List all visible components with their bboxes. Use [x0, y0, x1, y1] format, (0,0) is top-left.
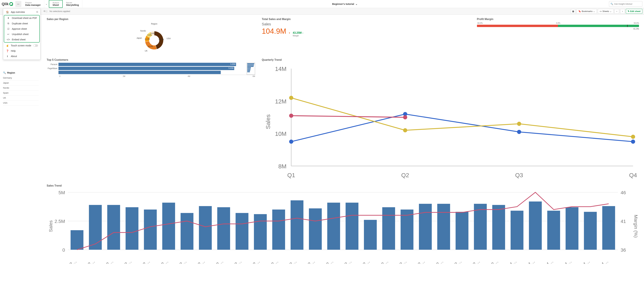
touch-toggle[interactable] [33, 44, 38, 47]
prepare-dropdown[interactable]: ⌄ [44, 0, 49, 8]
svg-rect-96 [566, 207, 578, 250]
panel-quarterly[interactable]: Quarterly Trend 8M10M12M14MSalesQ1Q2Q3Q4 [262, 58, 639, 181]
panel-sales-trend[interactable]: Sales Trend 02.5M5M364146SalesMargin (%)… [47, 184, 639, 264]
tab-label: Analyze [52, 2, 59, 4]
filter-item[interactable]: UK [3, 95, 39, 100]
filter-item[interactable]: Japan [3, 80, 39, 85]
tab-prepare[interactable]: Prepare Data manager [22, 0, 44, 8]
insight-search[interactable]: 🔍 [609, 1, 642, 7]
grid-icon: ▦ [572, 10, 574, 13]
kpi-title: Sales [262, 22, 470, 26]
filter-item[interactable]: Nordic [3, 85, 39, 90]
expand-icon: ⧉ [36, 11, 38, 13]
prev-sheet-button[interactable]: ‹ [614, 9, 619, 14]
menu-about[interactable]: ℹ About [3, 54, 40, 59]
svg-text:Japan: Japan [136, 37, 142, 39]
panel-total-sales[interactable]: Total Sales and Margin Sales 104.9M ▾ 43… [262, 18, 470, 55]
selection-tool-icon[interactable]: �◫ [43, 10, 48, 13]
next-sheet-button[interactable]: › [620, 9, 625, 14]
menu-help[interactable]: ❓ Help [3, 48, 40, 54]
mini-bar-overview[interactable] [247, 63, 255, 75]
svg-rect-90 [511, 211, 524, 250]
svg-rect-58 [217, 207, 230, 250]
logo-text: Qlik [2, 2, 9, 6]
svg-text:Margin (%): Margin (%) [633, 215, 639, 238]
tab-analyze[interactable]: Analyze Sheet [49, 0, 63, 8]
svg-text:2013…: 2013… [410, 258, 426, 264]
svg-text:USA: USA [166, 37, 171, 40]
svg-text:14M: 14M [275, 66, 286, 72]
menu-download-pdf[interactable]: ⬇ Download sheet as PDF [4, 15, 39, 21]
search-input[interactable] [614, 3, 641, 5]
nav-tabs: Prepare Data manager ⌄ Analyze Sheet Nar… [22, 0, 82, 8]
svg-text:UK: UK [145, 50, 148, 52]
svg-text:2013…: 2013… [282, 258, 298, 264]
svg-text:2014…: 2014… [539, 258, 554, 264]
svg-text:2014…: 2014… [594, 258, 609, 264]
svg-text:2013…: 2013… [429, 258, 444, 264]
hbar-row[interactable]: PageWave 5.63M [47, 67, 246, 70]
panel-title: Profit Margin [477, 18, 639, 21]
gauge-value: 41.3% [477, 28, 639, 30]
svg-text:2013…: 2013… [392, 258, 408, 264]
home-icon: 🏠 [6, 11, 9, 13]
panel-profit-margin[interactable]: Profit Margin -50.0% 0.0% 50.0% 41.3% [477, 18, 639, 55]
chevron-right-icon: › [622, 10, 623, 13]
global-menu-button[interactable]: ⋯ [15, 1, 21, 7]
panel-title: Sales Trend [47, 184, 639, 187]
filter-item[interactable]: Spain [3, 90, 39, 95]
panel-top5[interactable]: Top 5 Customers Paracel 5.69M PageWave 5… [47, 58, 255, 181]
menu-label: Approve sheet [12, 28, 27, 30]
bookmarks-button[interactable]: 🔖 Bookmarks ⌄ [576, 9, 597, 14]
svg-text:2012…: 2012… [172, 258, 188, 264]
menu-label: Embed sheet [12, 38, 26, 41]
svg-text:2014…: 2014… [576, 258, 591, 264]
svg-rect-68 [309, 208, 322, 250]
svg-text:36: 36 [621, 247, 626, 253]
panel-title: Sales per Region [47, 18, 255, 21]
svg-text:2013…: 2013… [466, 258, 481, 264]
svg-text:41: 41 [621, 219, 626, 224]
download-icon: ⬇ [6, 17, 10, 19]
main-area: 🔍 Region Germany Japan Nordic Spain UK U… [0, 15, 644, 266]
chevron-down-icon: ⌄ [593, 10, 595, 13]
grid-view-button[interactable]: ▦ [571, 9, 576, 14]
gauge-tick: 50.0% [634, 22, 639, 24]
menu-app-overview[interactable]: 🏠 App overview ⧉ [3, 9, 40, 15]
svg-rect-100 [602, 206, 615, 250]
app-title[interactable]: Beginner's tutorial ⌄ [82, 0, 607, 8]
svg-rect-66 [290, 200, 304, 250]
sheet-context-menu: 🏠 App overview ⧉ ⬇ Download sheet as PDF… [3, 8, 40, 60]
menu-label: About [11, 55, 17, 58]
svg-rect-86 [474, 204, 487, 250]
approve-icon: ☑ [6, 28, 10, 30]
filter-item[interactable]: Germany [3, 75, 39, 80]
tab-narrate[interactable]: Narrate Storytelling [63, 0, 82, 8]
menu-embed-sheet[interactable]: </> Embed sheet [4, 37, 39, 42]
panel-sales-region[interactable]: Sales per Region Region45.5%USA26.9%UK11… [47, 18, 255, 55]
svg-rect-50 [144, 210, 157, 250]
svg-rect-62 [254, 214, 267, 250]
menu-approve-sheet[interactable]: ☑ Approve sheet [4, 26, 39, 32]
menu-touch-mode[interactable]: ☝ Touch screen mode [3, 43, 40, 48]
edit-sheet-button[interactable]: ✎ Edit sheet [626, 9, 642, 14]
logo-mark-icon [9, 2, 13, 6]
sheets-button[interactable]: ▭ Sheets ⌄ [598, 9, 613, 14]
svg-rect-94 [547, 211, 560, 250]
menu-duplicate-sheet[interactable]: ⧉ Duplicate sheet [4, 21, 39, 26]
chevron-down-icon: ⌄ [46, 3, 47, 5]
hbar-row[interactable]: Paracel 5.69M [47, 63, 246, 66]
top-bar: Qlik ⋯ Prepare Data manager ⌄ Analyze Sh… [0, 0, 644, 8]
svg-point-27 [517, 122, 521, 126]
svg-text:8M: 8M [278, 163, 286, 170]
logo: Qlik [0, 0, 15, 8]
hbar-row[interactable] [47, 71, 246, 74]
gauge-marker [627, 25, 628, 27]
menu-unpublish-sheet[interactable]: ↩ Unpublish sheet [4, 32, 39, 37]
filter-item[interactable]: USA [3, 100, 39, 105]
svg-text:2012…: 2012… [227, 258, 242, 264]
svg-text:10M: 10M [275, 130, 286, 137]
dashboard: Sales per Region Region45.5%USA26.9%UK11… [42, 15, 644, 266]
svg-text:2012…: 2012… [190, 258, 206, 264]
trend-flat-icon: - [302, 31, 303, 34]
